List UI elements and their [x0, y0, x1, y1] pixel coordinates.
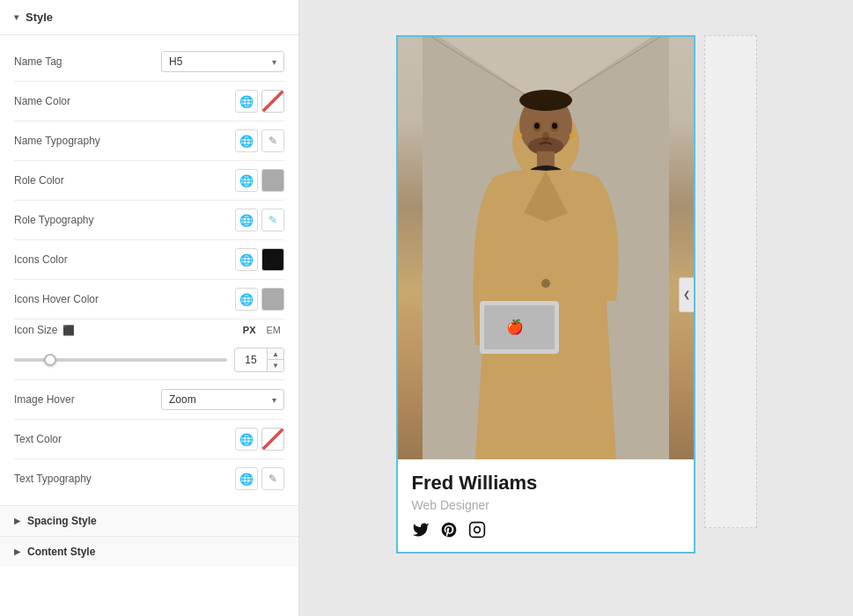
icons-hover-color-swatch[interactable]: [261, 288, 284, 311]
icon-size-up[interactable]: ▲: [268, 348, 283, 360]
twitter-icon[interactable]: [412, 521, 430, 543]
icons-color-label: Icons Color: [14, 253, 235, 266]
svg-point-10: [552, 123, 557, 129]
icon-size-number-wrap: ▲ ▼: [234, 348, 284, 372]
icon-size-row: Icon Size ⬛ PX EM: [0, 319, 298, 344]
name-color-swatch[interactable]: [261, 90, 284, 113]
role-typography-label: Role Typography: [14, 214, 235, 226]
content-style-header[interactable]: ▶ Content Style: [0, 536, 298, 567]
role-color-swatch[interactable]: [261, 169, 284, 192]
name-tag-select[interactable]: H5 ▾: [161, 51, 284, 72]
icon-size-label-row: Icon Size ⬛ PX EM: [14, 323, 284, 337]
text-color-label: Text Color: [14, 433, 235, 445]
svg-rect-22: [469, 523, 484, 538]
role-typography-controls: 🌐 ✎: [235, 209, 284, 231]
icon-size-label: Icon Size ⬛: [14, 324, 75, 336]
name-color-label: Name Color: [14, 95, 235, 107]
svg-point-17: [541, 279, 550, 288]
icons-color-swatch[interactable]: [261, 248, 284, 271]
content-style-arrow: ▶: [14, 547, 20, 556]
svg-point-6: [519, 90, 572, 111]
style-arrow-icon: ▾: [14, 12, 18, 22]
card-photo: 🍎: [398, 37, 694, 459]
icons-color-globe-btn[interactable]: 🌐: [235, 248, 258, 271]
icon-size-slider-row: ▲ ▼: [0, 344, 298, 379]
image-hover-label: Image Hover: [14, 393, 161, 406]
spacing-style-label: Spacing Style: [27, 515, 97, 527]
spacing-style-arrow: ▶: [14, 517, 20, 525]
role-color-label: Role Color: [14, 174, 235, 187]
svg-text:🍎: 🍎: [506, 319, 524, 335]
name-tag-row: Name Tag H5 ▾: [0, 42, 298, 81]
icons-color-controls: 🌐: [235, 248, 284, 271]
role-color-globe-btn[interactable]: 🌐: [235, 169, 258, 192]
pinterest-icon[interactable]: [440, 521, 458, 543]
collapse-tab[interactable]: ❮: [679, 277, 695, 312]
style-section-title: Style: [26, 11, 53, 24]
icon-size-text: Icon Size: [14, 324, 57, 336]
role-typography-globe-btn[interactable]: 🌐: [235, 209, 258, 231]
style-panel: ▾ Style Name Tag H5 ▾ Name Color 🌐: [0, 0, 299, 616]
role-typography-row: Role Typography 🌐 ✎: [0, 201, 298, 239]
name-typography-edit-btn[interactable]: ✎: [261, 129, 284, 152]
person-svg: 🍎: [423, 37, 669, 459]
name-typography-row: Name Typography 🌐 ✎: [0, 121, 298, 160]
icons-hover-color-controls: 🌐: [235, 288, 284, 311]
name-color-row: Name Color 🌐: [0, 82, 298, 121]
card-name: Fred Williams: [412, 472, 680, 495]
card-info: Fred Williams Web Designer: [398, 459, 694, 552]
text-color-row: Text Color 🌐: [0, 420, 298, 458]
name-typography-label: Name Typography: [14, 135, 235, 147]
name-tag-label: Name Tag: [14, 55, 161, 68]
icon-size-slider[interactable]: [14, 358, 227, 362]
spacing-style-header[interactable]: ▶ Spacing Style: [0, 505, 298, 536]
svg-point-23: [474, 527, 480, 533]
icons-hover-color-label: Icons Hover Color: [14, 293, 235, 305]
text-color-globe-btn[interactable]: 🌐: [235, 428, 258, 451]
svg-point-14: [570, 133, 575, 138]
image-hover-row: Image Hover Zoom ▾: [0, 380, 298, 419]
instagram-icon[interactable]: [468, 521, 486, 543]
icons-color-row: Icons Color 🌐: [0, 240, 298, 279]
icon-size-input[interactable]: [235, 350, 267, 370]
icons-hover-color-globe-btn[interactable]: 🌐: [235, 288, 258, 311]
right-empty-area: [704, 35, 757, 528]
card-role: Web Designer: [412, 498, 680, 512]
role-color-row: Role Color 🌐: [0, 161, 298, 200]
text-typography-controls: 🌐 ✎: [235, 467, 284, 490]
text-color-swatch[interactable]: [261, 428, 284, 451]
text-typography-label: Text Typography: [14, 473, 235, 485]
icon-size-down[interactable]: ▼: [268, 360, 283, 371]
image-hover-select[interactable]: Zoom ▾: [161, 389, 284, 410]
text-color-controls: 🌐: [235, 428, 284, 451]
svg-point-9: [534, 123, 540, 129]
text-typography-row: Text Typography 🌐 ✎: [0, 459, 298, 498]
name-tag-controls: H5 ▾: [161, 51, 284, 72]
text-typography-globe-btn[interactable]: 🌐: [235, 467, 258, 490]
preview-card: 🍎 Fred Williams Web Designer: [396, 35, 695, 554]
px-em-toggle: PX EM: [239, 323, 284, 337]
name-color-controls: 🌐: [235, 90, 284, 113]
image-hover-controls: Zoom ▾: [161, 389, 284, 410]
role-color-controls: 🌐: [235, 169, 284, 192]
monitor-icon: ⬛: [63, 325, 75, 336]
name-color-globe-btn[interactable]: 🌐: [235, 90, 258, 113]
content-style-label: Content Style: [27, 546, 95, 558]
text-typography-edit-btn[interactable]: ✎: [261, 467, 284, 490]
role-typography-edit-btn[interactable]: ✎: [261, 209, 284, 231]
style-section-body: Name Tag H5 ▾ Name Color 🌐 Name Typograp…: [0, 35, 298, 505]
preview-area: 🍎 Fred Williams Web Designer: [299, 0, 853, 616]
style-section-header[interactable]: ▾ Style: [0, 0, 298, 35]
px-option[interactable]: PX: [239, 323, 260, 337]
card-social-icons: [412, 521, 680, 543]
name-tag-chevron: ▾: [272, 57, 276, 67]
em-option[interactable]: EM: [263, 323, 285, 337]
icon-size-spinners: ▲ ▼: [267, 348, 283, 371]
svg-point-13: [517, 133, 522, 138]
name-typography-globe-btn[interactable]: 🌐: [235, 129, 258, 152]
name-typography-controls: 🌐 ✎: [235, 129, 284, 152]
icons-hover-color-row: Icons Hover Color 🌐: [0, 280, 298, 319]
image-hover-chevron: ▾: [272, 395, 276, 405]
